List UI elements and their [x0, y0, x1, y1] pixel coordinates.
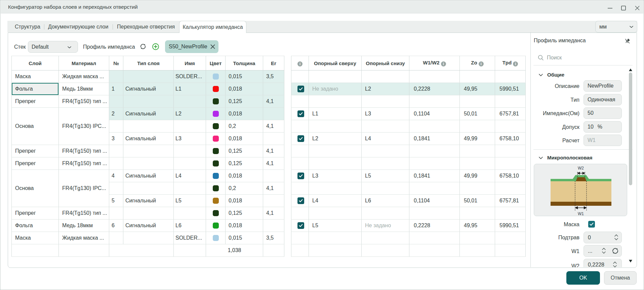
svg-text:W2: W2: [578, 166, 584, 171]
svg-text:W1: W1: [578, 211, 584, 216]
